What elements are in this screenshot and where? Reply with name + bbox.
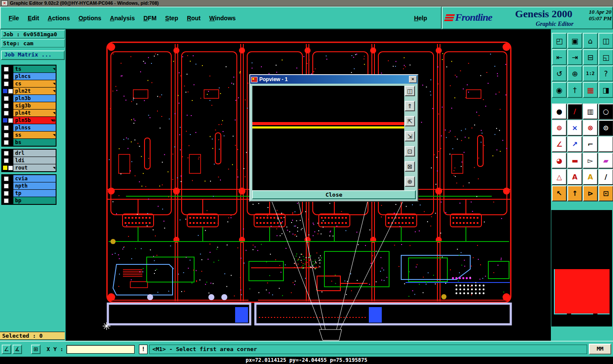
layer-checkbox[interactable] xyxy=(8,166,13,170)
menu-rout[interactable]: Rout xyxy=(183,13,204,23)
job-matrix-button[interactable]: Job Matrix ... xyxy=(1,50,65,60)
window-new-button[interactable]: ◰ xyxy=(552,33,567,49)
layer-checkbox[interactable] xyxy=(4,140,9,145)
pan-right-button[interactable]: ⇥ xyxy=(567,49,582,65)
layer-row-ldi[interactable]: ldi xyxy=(2,157,56,164)
screen-button[interactable]: ▣ xyxy=(567,33,582,49)
segment-button[interactable]: ▬ xyxy=(567,153,582,169)
layer-checkbox[interactable] xyxy=(4,111,9,116)
layer-row-tp[interactable]: tp xyxy=(2,190,56,197)
layer-checkbox[interactable] xyxy=(4,96,9,101)
layer-row-ts[interactable]: ts◥ xyxy=(2,66,56,72)
alert-button[interactable]: ! xyxy=(139,345,148,354)
layer-name[interactable]: ss◥ xyxy=(13,132,56,138)
profile-plot-button[interactable]: / xyxy=(567,104,582,119)
help-pointer-button[interactable]: ? xyxy=(598,66,613,82)
circle-symbol-button[interactable]: ○ xyxy=(598,104,613,119)
text-yellow-button[interactable]: A xyxy=(583,169,598,185)
layer-row-bp[interactable]: bp xyxy=(2,197,56,204)
popview-canvas[interactable] xyxy=(252,86,404,191)
diagonal-line-button[interactable]: / xyxy=(598,169,613,185)
layer-checkbox[interactable] xyxy=(4,67,9,72)
layer-name[interactable]: bs xyxy=(13,139,56,146)
layer-row-plnss[interactable]: plnss xyxy=(2,124,56,131)
dock-topleft-button[interactable]: ⇱ xyxy=(405,116,415,126)
menu-dfm[interactable]: DFM xyxy=(140,13,160,23)
layer-name[interactable]: cs◥ xyxy=(13,80,56,87)
layer-name[interactable]: pln3b xyxy=(13,95,56,102)
views-button[interactable]: ◫ xyxy=(405,86,415,96)
net-pads-button[interactable]: ⊚ xyxy=(552,120,567,136)
layer-checkbox[interactable] xyxy=(8,89,13,94)
layer-row-pln5b[interactable]: pln5b◥⊕ xyxy=(2,117,56,124)
layer-checkbox[interactable] xyxy=(4,74,9,79)
menu-windows[interactable]: Windows xyxy=(206,13,239,23)
angle-line-button[interactable]: ∠ xyxy=(2,345,11,354)
text-red-button[interactable]: A xyxy=(567,169,582,185)
zoom-window-button[interactable]: ⊠ xyxy=(405,161,415,172)
dual-screen-button[interactable]: ◫ xyxy=(598,33,613,49)
layer-colors-button[interactable]: ▦ xyxy=(583,82,598,98)
dot-symbol-button[interactable]: ⊙ xyxy=(598,120,613,136)
layer-row-pln3b[interactable]: pln3b xyxy=(2,95,56,102)
traces-cross-button[interactable]: ⊗ xyxy=(583,120,598,136)
layer-checkbox[interactable] xyxy=(4,151,9,156)
pointer-tools-button[interactable]: ⊡ xyxy=(598,185,613,201)
ruler-button[interactable]: ▥ xyxy=(583,104,598,119)
layer-checkbox[interactable] xyxy=(4,133,9,138)
pointer-frame-button[interactable]: ⊳ xyxy=(583,185,598,201)
redraw-button[interactable]: ↺ xyxy=(552,66,567,82)
layer-row-npth[interactable]: npth xyxy=(2,182,56,189)
menu-analysis[interactable]: Analysis xyxy=(107,13,138,23)
popview-close-button[interactable]: Close xyxy=(252,190,416,199)
layer-checkbox[interactable] xyxy=(4,191,9,196)
home-button[interactable]: ⌂ xyxy=(583,33,598,49)
menu-edit[interactable]: Edit xyxy=(24,13,42,23)
grid-snap-button[interactable]: ⊞ xyxy=(31,345,41,354)
select-pointer-button[interactable]: ↖ xyxy=(552,185,567,201)
overview-panel[interactable] xyxy=(551,210,612,326)
layer-name[interactable]: plncs xyxy=(13,73,56,80)
layer-row-cs[interactable]: cs◥ xyxy=(2,80,56,87)
crosshair-button[interactable]: ⊕ xyxy=(405,176,415,187)
layer-name[interactable]: drl xyxy=(13,150,56,157)
layer-name[interactable]: ts◥ xyxy=(13,66,56,72)
menu-help[interactable]: Help xyxy=(411,13,431,23)
layer-row-rout[interactable]: rout◥ xyxy=(2,164,56,171)
snapshot-up-button[interactable]: ⇑ xyxy=(405,101,415,111)
layer-name[interactable]: pln4t◥ xyxy=(13,110,56,116)
dock-bottomright-button[interactable]: ⇲ xyxy=(405,131,415,141)
extract-button[interactable]: ▻ xyxy=(583,153,598,169)
layer-name[interactable]: tp xyxy=(13,190,56,197)
popview-titlebar[interactable]: Popview - 1 × xyxy=(250,75,418,84)
units-button[interactable]: MM xyxy=(589,344,611,355)
layer-name[interactable]: ldi xyxy=(13,157,56,164)
layer-name[interactable]: sig3b xyxy=(13,102,56,109)
layer-name[interactable]: pln5b◥⊕ xyxy=(13,117,56,124)
cascade-windows-button[interactable]: ◱ xyxy=(598,49,613,65)
menu-step[interactable]: Step xyxy=(162,13,182,23)
layer-row-plncs[interactable]: plncs xyxy=(2,73,56,80)
slope-line-button[interactable]: ∠ xyxy=(552,136,567,152)
layer-checkbox[interactable] xyxy=(4,198,9,203)
pointer-up-button[interactable]: ↑ xyxy=(567,185,582,201)
menu-actions[interactable]: Actions xyxy=(44,13,73,23)
surface-button[interactable]: ◕ xyxy=(552,153,567,169)
popview-close-x[interactable]: × xyxy=(409,76,417,83)
layer-row-cvia[interactable]: cvia xyxy=(2,175,56,182)
menu-options[interactable]: Options xyxy=(75,13,105,23)
layer-checkbox[interactable] xyxy=(4,158,9,163)
pan-left-button[interactable]: ⇤ xyxy=(552,49,567,65)
layer-name[interactable]: rout◥ xyxy=(13,164,56,171)
zoom-1-2-button[interactable]: 1:2 xyxy=(583,66,598,82)
layer-checkbox[interactable] xyxy=(4,184,9,188)
layer-checkbox[interactable] xyxy=(4,126,9,130)
layer-name[interactable]: pln2t◥ xyxy=(13,88,56,94)
eye-button[interactable]: ◉ xyxy=(552,82,567,98)
angle-arc-button[interactable]: ∡ xyxy=(13,345,22,354)
layer-name[interactable]: bp xyxy=(13,197,56,204)
layer-name[interactable]: plnss xyxy=(13,124,56,131)
layer-name[interactable]: cvia xyxy=(13,175,56,182)
layer-row-pln2t[interactable]: pln2t◥ xyxy=(2,88,56,94)
split-view-button[interactable]: ◨ xyxy=(598,82,613,98)
